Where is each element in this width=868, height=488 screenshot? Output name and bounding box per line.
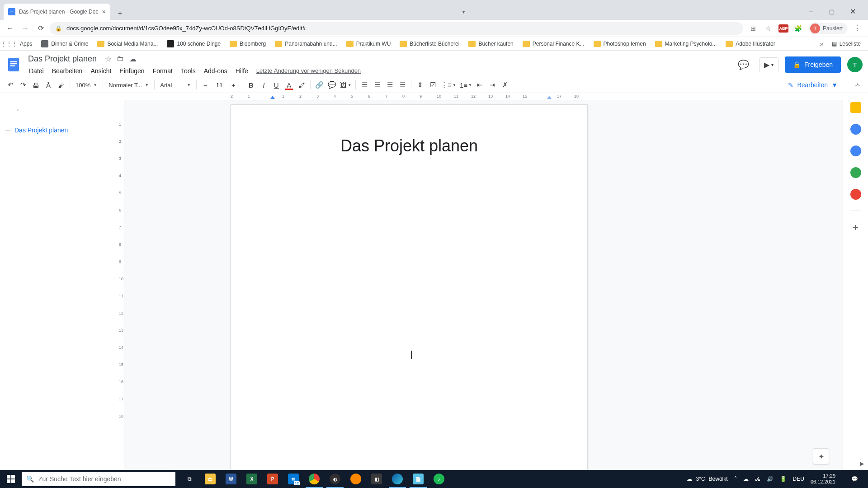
italic-button[interactable]: I [258, 79, 269, 91]
comments-history-button[interactable]: 💬 [735, 56, 753, 74]
task-view-button[interactable]: ⧉ [179, 470, 200, 488]
extensions-icon[interactable]: 🧩 [793, 23, 804, 34]
increase-indent-button[interactable]: ⇥ [487, 79, 499, 91]
bookmark-item[interactable]: Photoshop lernen [590, 39, 650, 49]
star-icon[interactable]: ☆ [105, 55, 111, 63]
menu-view[interactable]: Ansicht [87, 66, 115, 76]
bookmark-item[interactable]: Bücher kaufen [465, 39, 517, 49]
minimize-button[interactable]: ─ [801, 5, 821, 18]
bookmark-item[interactable]: Praktikum WU [343, 39, 395, 49]
increase-font-button[interactable]: + [227, 79, 239, 91]
explore-button[interactable]: ✦ [813, 448, 829, 465]
keep-sideapp-icon[interactable] [850, 124, 861, 135]
word-taskbar-icon[interactable]: W [221, 470, 241, 488]
font-size-input[interactable]: 11 [213, 82, 226, 89]
menu-insert[interactable]: Einfügen [116, 66, 148, 76]
clear-formatting-button[interactable]: ✗ [500, 79, 511, 91]
app-taskbar-icon[interactable]: ◧ [366, 470, 387, 488]
bookmark-item[interactable]: Adobe Illustrator [722, 39, 778, 49]
reading-list-button[interactable]: ▤Leseliste [828, 39, 864, 49]
underline-button[interactable]: U [270, 79, 282, 91]
align-right-button[interactable]: ☰ [384, 79, 396, 91]
bookmark-item[interactable]: Personal Finance K... [519, 39, 588, 49]
maps-sideapp-icon[interactable] [850, 189, 861, 200]
align-justify-button[interactable]: ☰ [396, 79, 408, 91]
bookmark-item[interactable]: Social Media Mana... [94, 39, 161, 49]
menu-format[interactable]: Format [149, 66, 176, 76]
move-icon[interactable]: 🗀 [117, 55, 124, 63]
numbered-list-button[interactable]: 1≡▼ [458, 79, 473, 91]
battery-tray-icon[interactable]: 🔋 [780, 476, 787, 482]
insert-image-button[interactable]: 🖼▼ [339, 79, 353, 91]
close-tab-icon[interactable]: × [102, 8, 105, 15]
volume-tray-icon[interactable]: 🔊 [767, 476, 774, 482]
notepad-taskbar-icon[interactable]: 📄 [408, 470, 429, 488]
network-tray-icon[interactable]: 🖧 [755, 476, 760, 482]
add-sideapp-button[interactable]: + [853, 222, 859, 234]
tasks-sideapp-icon[interactable] [850, 145, 861, 156]
cloud-status-icon[interactable]: ☁ [129, 55, 137, 63]
forward-button[interactable]: → [19, 22, 32, 35]
font-select[interactable]: Arial▼ [157, 79, 193, 91]
reload-button[interactable]: ⟳ [34, 22, 47, 35]
weather-widget[interactable]: ☁ 3°C Bewölkt [687, 476, 727, 482]
onedrive-tray-icon[interactable]: ☁ [743, 476, 749, 482]
new-tab-button[interactable]: + [114, 7, 127, 20]
insert-comment-button[interactable]: 💬 [326, 79, 338, 91]
insert-link-button[interactable]: 🔗 [313, 79, 325, 91]
menu-addons[interactable]: Add-ons [200, 66, 231, 76]
file-explorer-taskbar-icon[interactable]: 🗀 [200, 470, 221, 488]
decrease-font-button[interactable]: − [199, 79, 211, 91]
document-heading-text[interactable]: Das Projekt planen [272, 136, 547, 155]
bulleted-list-button[interactable]: ⋮≡▼ [439, 79, 458, 91]
menu-file[interactable]: Datei [25, 66, 47, 76]
line-spacing-button[interactable]: ⇕ [414, 79, 426, 91]
decrease-indent-button[interactable]: ⇤ [474, 79, 486, 91]
highlight-button[interactable]: 🖍 [296, 79, 307, 91]
url-input[interactable]: 🔒 docs.google.com/document/d/1csGOdee95x… [50, 22, 743, 35]
spellcheck-button[interactable]: Ă [42, 79, 54, 91]
close-window-button[interactable]: ✕ [843, 5, 863, 18]
undo-button[interactable]: ↶ [5, 79, 16, 91]
tabs-dropdown-icon[interactable]: ▾ [457, 3, 471, 16]
calendar-sideapp-icon[interactable] [850, 102, 861, 113]
edge-taskbar-icon[interactable] [387, 470, 408, 488]
adblock-extension-icon[interactable]: ABP [778, 24, 788, 33]
collapse-toolbar-button[interactable]: ㅅ [852, 79, 863, 91]
menu-tools[interactable]: Tools [177, 66, 199, 76]
document-title[interactable]: Das Projekt planen [25, 53, 99, 65]
back-button[interactable]: ← [4, 22, 16, 35]
taskbar-search-input[interactable]: 🔍 Zur Suche Text hier eingeben [22, 472, 175, 486]
contacts-sideapp-icon[interactable] [850, 167, 861, 178]
obs-taskbar-icon[interactable]: ◐ [325, 470, 345, 488]
account-avatar[interactable]: T [847, 57, 863, 72]
bookmark-item[interactable]: Panoramabahn und... [271, 39, 340, 49]
paint-format-button[interactable]: 🖌 [55, 79, 67, 91]
apps-grid-icon[interactable]: ⋮⋮⋮ [4, 41, 14, 47]
excel-taskbar-icon[interactable]: X [241, 470, 262, 488]
app-taskbar-icon[interactable] [345, 470, 366, 488]
browser-menu-button[interactable]: ⋮ [852, 23, 863, 34]
bookmarks-overflow-button[interactable]: » [817, 40, 826, 47]
paragraph-style-select[interactable]: Normaler T...▼ [106, 79, 151, 91]
editing-mode-select[interactable]: ✎ Bearbeiten ▼ [783, 80, 842, 90]
docs-logo-icon[interactable] [5, 56, 23, 74]
vertical-ruler[interactable]: 123456789101112131415161718 [118, 100, 124, 470]
chrome-taskbar-icon[interactable] [304, 470, 325, 488]
horizontal-ruler[interactable]: 211234567891011121314151718 [118, 93, 843, 100]
align-center-button[interactable]: ☰ [371, 79, 383, 91]
profile-chip[interactable]: T Pausiert [808, 23, 847, 34]
share-button[interactable]: 🔒 Freigeben [785, 56, 841, 73]
bookmark-item[interactable]: Marketing Psycholo... [651, 39, 721, 49]
bold-button[interactable]: B [245, 79, 257, 91]
bookmark-item[interactable]: 100 schöne Dinge [163, 38, 224, 49]
print-button[interactable]: 🖶 [30, 79, 42, 91]
menu-edit[interactable]: Bearbeiten [48, 66, 86, 76]
document-page[interactable]: Das Projekt planen [231, 104, 588, 470]
outline-item[interactable]: — Das Projekt planen [4, 124, 114, 136]
menu-help[interactable]: Hilfe [232, 66, 252, 76]
bookmark-item[interactable]: Bücherliste Bücherei [396, 39, 463, 49]
taskbar-clock[interactable]: 17:29 06.12.2021 [811, 473, 839, 485]
spotify-taskbar-icon[interactable]: ♪ [429, 470, 449, 488]
maximize-button[interactable]: ▢ [822, 5, 842, 18]
